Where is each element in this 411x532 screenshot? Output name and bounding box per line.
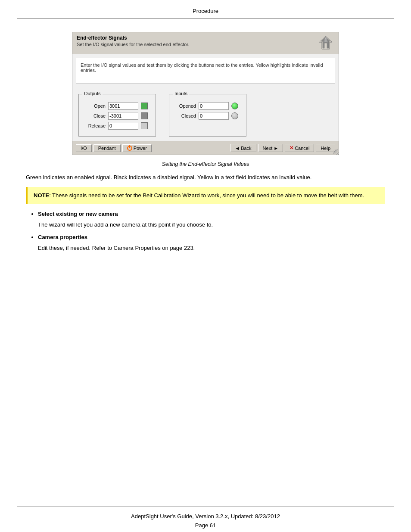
help-label: Help (321, 146, 330, 151)
release-indicator[interactable] (141, 122, 148, 129)
dialog-footer: I/O Pendant Power ◄ Back (72, 141, 339, 155)
close-input[interactable] (108, 112, 138, 120)
robot-icon (317, 35, 334, 52)
note-label: NOTE (34, 192, 49, 199)
opened-label: Opened (175, 103, 196, 109)
bullet-desc-1: The wizard will let you add a new camera… (38, 221, 385, 228)
cancel-x-icon: ✕ (290, 145, 293, 151)
note-box: NOTE: These signals need to be set for t… (26, 187, 385, 204)
body-text: Green indicates an enabled signal. Black… (26, 173, 385, 182)
back-label: Back (241, 146, 251, 151)
next-button[interactable]: Next ► (258, 144, 283, 152)
signals-row: Outputs Open Close (78, 94, 333, 137)
output-row-close: Close (85, 112, 149, 120)
page-footer: AdeptSight User's Guide, Version 3.2.x, … (17, 507, 394, 532)
io-label: I/O (81, 146, 87, 151)
power-icon (127, 146, 132, 151)
bullet-item-1: Select existing or new camera (38, 211, 385, 217)
opened-input[interactable] (199, 102, 229, 110)
page-header: Procedure (17, 0, 394, 19)
footer-page-number: Page 61 (17, 522, 394, 529)
bullet-desc-2: Edit these, if needed. Refer to Camera P… (38, 245, 385, 251)
next-label: Next (263, 146, 273, 151)
release-input[interactable] (108, 122, 138, 130)
cancel-label: Cancel (295, 146, 309, 151)
bullet-heading-1: Select existing or new camera (38, 211, 118, 217)
back-arrow-icon: ◄ (235, 146, 240, 151)
pendant-button[interactable]: Pendant (93, 144, 121, 152)
bullet-list: Select existing or new camera (38, 211, 385, 217)
back-button[interactable]: ◄ Back (230, 144, 256, 152)
dialog-title-block: End-effector Signals Set the I/O signal … (77, 35, 190, 47)
output-row-release: Release (85, 122, 149, 130)
dialog-info-text: Enter the I/O signal values and test the… (76, 58, 335, 84)
closed-indicator (231, 112, 238, 119)
dialog-title: End-effector Signals (77, 35, 190, 41)
bullet-item-2: Camera properties (38, 234, 385, 240)
close-label: Close (85, 113, 106, 118)
figure-caption: Setting the End-effector Signal Values (26, 161, 385, 167)
open-label: Open (85, 103, 106, 109)
pendant-label: Pendant (98, 146, 116, 151)
next-arrow-icon: ► (274, 146, 278, 151)
closed-label: Closed (175, 113, 196, 118)
release-label: Release (85, 123, 106, 128)
open-input[interactable] (108, 102, 138, 110)
inputs-group: Inputs Opened Closed (169, 94, 246, 137)
power-label: Power (134, 146, 147, 151)
help-button[interactable]: Help (316, 144, 335, 152)
note-text: : These signals need to be set for the B… (49, 192, 364, 199)
footer-right-buttons: ◄ Back Next ► ✕ Cancel Help (230, 144, 335, 152)
input-row-opened: Opened (175, 102, 240, 110)
close-indicator[interactable] (141, 112, 148, 119)
opened-indicator (231, 103, 238, 109)
footer-book-info: AdeptSight User's Guide, Version 3.2.x, … (17, 513, 394, 520)
dialog-main: Outputs Open Close (72, 87, 339, 141)
outputs-group: Outputs Open Close (78, 94, 156, 137)
footer-left-buttons: I/O Pendant Power (76, 144, 152, 152)
inputs-label: Inputs (173, 91, 189, 96)
header-title: Procedure (193, 8, 218, 14)
dialog-wrapper: End-effector Signals Set the I/O signal … (26, 32, 385, 155)
cancel-button[interactable]: ✕ Cancel (285, 144, 314, 152)
resize-grip (333, 149, 339, 155)
dialog-subtitle: Set the I/O signal values for the select… (77, 42, 190, 47)
dialog-titlebar: End-effector Signals Set the I/O signal … (72, 32, 339, 54)
closed-input[interactable] (199, 112, 229, 120)
page-content: End-effector Signals Set the I/O signal … (0, 19, 411, 507)
dialog-box: End-effector Signals Set the I/O signal … (72, 32, 339, 155)
open-indicator[interactable] (141, 103, 148, 109)
bullet-list-2: Camera properties (38, 234, 385, 240)
output-row-open: Open (85, 102, 149, 110)
power-button[interactable]: Power (122, 144, 152, 152)
svg-rect-4 (325, 37, 327, 40)
io-button[interactable]: I/O (76, 144, 92, 152)
input-row-closed: Closed (175, 112, 240, 120)
bullet-heading-2: Camera properties (38, 234, 87, 240)
outputs-label: Outputs (82, 91, 103, 96)
